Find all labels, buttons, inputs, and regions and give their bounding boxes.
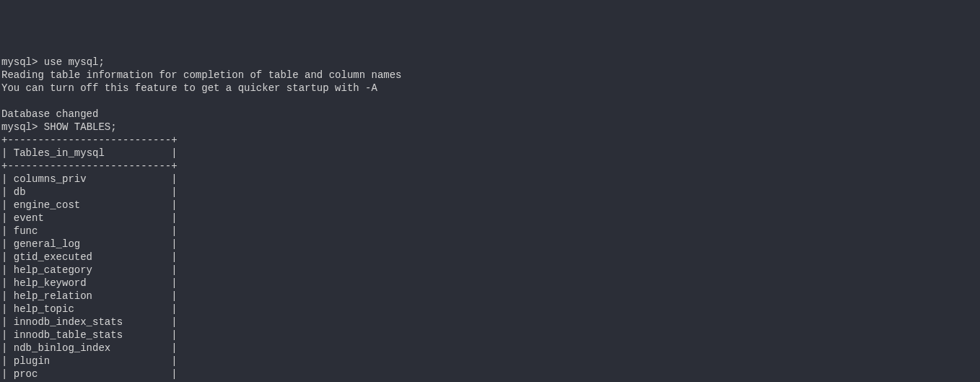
table-border: +---------------------------+ bbox=[1, 134, 979, 147]
blank-line bbox=[1, 95, 979, 108]
command-show: SHOW TABLES; bbox=[44, 121, 117, 133]
table-row: | general_log | bbox=[1, 238, 979, 251]
table-row: | ndb_binlog_index | bbox=[1, 342, 979, 355]
prompt: mysql> bbox=[1, 121, 38, 133]
table-row: | help_topic | bbox=[1, 303, 979, 316]
table-row: | columns_priv | bbox=[1, 173, 979, 186]
status-line: Database changed bbox=[1, 108, 979, 121]
table-row: | engine_cost | bbox=[1, 199, 979, 212]
command-line: mysql> SHOW TABLES; bbox=[1, 121, 979, 134]
table-row: | db | bbox=[1, 186, 979, 199]
command-line: mysql> use mysql; bbox=[1, 56, 979, 69]
table-row: | proc | bbox=[1, 368, 979, 381]
prompt: mysql> bbox=[1, 56, 38, 68]
table-row: | plugin | bbox=[1, 355, 979, 368]
table-row: | help_category | bbox=[1, 264, 979, 277]
info-line: Reading table information for completion… bbox=[1, 69, 979, 82]
table-row: | innodb_index_stats | bbox=[1, 316, 979, 329]
table-border: +---------------------------+ bbox=[1, 160, 979, 173]
terminal-output[interactable]: mysql> use mysql;Reading table informati… bbox=[0, 52, 980, 382]
table-row: | innodb_table_stats | bbox=[1, 329, 979, 342]
table-row: | func | bbox=[1, 225, 979, 238]
info-line: You can turn off this feature to get a q… bbox=[1, 82, 979, 95]
table-header: Tables_in_mysql bbox=[14, 147, 105, 159]
table-row: | help_relation | bbox=[1, 290, 979, 303]
table-row: | event | bbox=[1, 212, 979, 225]
table-body: | columns_priv || db || engine_cost || e… bbox=[1, 173, 979, 382]
command-use: use mysql; bbox=[44, 56, 105, 68]
table-row: | gtid_executed | bbox=[1, 251, 979, 264]
table-row: | help_keyword | bbox=[1, 277, 979, 290]
table-header-row: | Tables_in_mysql | bbox=[1, 147, 979, 160]
